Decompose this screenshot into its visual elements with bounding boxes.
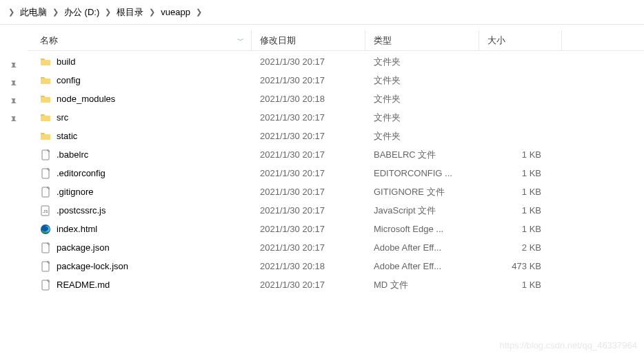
folder-icon <box>40 75 51 86</box>
file-date: 2021/1/30 20:18 <box>252 261 365 271</box>
column-header-name-label: 名称 <box>40 34 58 47</box>
file-size: 1 KB <box>479 187 562 197</box>
file-type: Adobe After Eff... <box>365 242 479 253</box>
file-type: JavaScript 文件 <box>365 205 479 217</box>
file-icon <box>40 242 51 253</box>
file-date: 2021/1/30 20:17 <box>252 131 365 141</box>
file-type: MD 文件 <box>365 279 479 291</box>
file-date: 2021/1/30 20:17 <box>252 149 365 160</box>
pin-icon[interactable] <box>7 59 21 73</box>
js-file-icon: JS <box>40 205 51 216</box>
table-row[interactable]: .gitignore 2021/1/30 20:17 GITIGNORE 文件 … <box>28 182 644 201</box>
file-date: 2021/1/30 20:17 <box>252 280 365 290</box>
file-size: 1 KB <box>479 205 562 216</box>
column-header-date[interactable]: 修改日期 <box>252 30 365 50</box>
file-name: .editorconfig <box>57 168 105 178</box>
chevron-right-icon: ❯ <box>102 8 114 17</box>
folder-icon <box>40 56 51 67</box>
pin-icon[interactable] <box>7 95 21 109</box>
file-name: .gitignore <box>57 187 93 197</box>
file-date: 2021/1/30 20:17 <box>252 168 365 178</box>
file-date: 2021/1/30 20:18 <box>252 94 365 104</box>
file-date: 2021/1/30 20:17 <box>252 56 365 67</box>
file-list-panel: 名称 ﹀ 修改日期 类型 大小 build 2021/1/30 20:17 文件… <box>28 25 644 356</box>
pin-icon[interactable] <box>7 113 21 127</box>
breadcrumb-item[interactable]: 此电脑 <box>17 6 50 19</box>
file-size: 1 KB <box>479 168 562 178</box>
sort-caret-icon: ﹀ <box>237 36 244 45</box>
table-row[interactable]: node_modules 2021/1/30 20:18 文件夹 <box>28 90 644 108</box>
file-icon <box>40 149 51 160</box>
column-header-name[interactable]: 名称 ﹀ <box>28 30 252 50</box>
file-size: 1 KB <box>479 280 562 290</box>
quick-access-column <box>0 25 28 356</box>
file-name: index.html <box>57 224 97 234</box>
chevron-right-icon: ❯ <box>6 8 17 17</box>
file-date: 2021/1/30 20:17 <box>252 75 365 85</box>
file-type: 文件夹 <box>365 74 479 87</box>
chevron-right-icon: ❯ <box>146 8 158 17</box>
folder-icon <box>40 94 51 105</box>
file-date: 2021/1/30 20:17 <box>252 224 365 234</box>
table-row[interactable]: index.html 2021/1/30 20:17 Microsoft Edg… <box>28 220 644 238</box>
column-header-type[interactable]: 类型 <box>365 30 479 50</box>
file-size: 2 KB <box>479 242 562 253</box>
table-row[interactable]: JS .postcssrc.js 2021/1/30 20:17 JavaScr… <box>28 201 644 220</box>
svg-text:JS: JS <box>43 209 48 213</box>
table-row[interactable]: package.json 2021/1/30 20:17 Adobe After… <box>28 238 644 257</box>
column-header-size[interactable]: 大小 <box>479 30 562 50</box>
file-name: .babelrc <box>57 149 88 160</box>
file-size: 1 KB <box>479 224 562 234</box>
breadcrumb[interactable]: ❯此电脑❯办公 (D:)❯根目录❯vueapp❯ <box>0 0 644 25</box>
file-name: src <box>57 112 68 123</box>
file-type: GITIGNORE 文件 <box>365 186 479 198</box>
edge-browser-icon <box>40 224 51 235</box>
file-type: EDITORCONFIG ... <box>365 168 479 178</box>
file-date: 2021/1/30 20:17 <box>252 112 365 123</box>
file-type: BABELRC 文件 <box>365 149 479 161</box>
file-size: 1 KB <box>479 149 562 160</box>
file-type: 文件夹 <box>365 93 479 105</box>
table-row[interactable]: package-lock.json 2021/1/30 20:18 Adobe … <box>28 257 644 275</box>
file-name: config <box>57 75 81 85</box>
table-row[interactable]: README.md 2021/1/30 20:17 MD 文件 1 KB <box>28 275 644 294</box>
chevron-right-icon: ❯ <box>50 8 61 17</box>
file-date: 2021/1/30 20:17 <box>252 242 365 253</box>
table-row[interactable]: .editorconfig 2021/1/30 20:17 EDITORCONF… <box>28 164 644 182</box>
breadcrumb-item[interactable]: vueapp <box>158 7 193 17</box>
file-type: 文件夹 <box>365 112 479 124</box>
file-type: 文件夹 <box>365 56 479 68</box>
file-type: 文件夹 <box>365 130 479 143</box>
file-rows: build 2021/1/30 20:17 文件夹 config 2021/1/… <box>28 51 644 294</box>
file-name: build <box>57 56 75 67</box>
file-name: static <box>57 131 77 141</box>
folder-icon <box>40 131 51 142</box>
table-row[interactable]: config 2021/1/30 20:17 文件夹 <box>28 71 644 90</box>
file-icon <box>40 187 51 198</box>
chevron-right-icon: ❯ <box>193 8 205 17</box>
file-name: README.md <box>57 280 110 290</box>
file-name: package.json <box>57 242 110 253</box>
file-type: Microsoft Edge ... <box>365 224 479 234</box>
file-type: Adobe After Eff... <box>365 261 479 271</box>
file-date: 2021/1/30 20:17 <box>252 187 365 197</box>
file-size: 473 KB <box>479 261 562 271</box>
file-date: 2021/1/30 20:17 <box>252 205 365 216</box>
folder-icon <box>40 112 51 123</box>
file-name: .postcssrc.js <box>57 205 106 216</box>
table-row[interactable]: static 2021/1/30 20:17 文件夹 <box>28 127 644 145</box>
table-row[interactable]: build 2021/1/30 20:17 文件夹 <box>28 52 644 71</box>
column-header-row: 名称 ﹀ 修改日期 类型 大小 <box>28 30 644 51</box>
file-icon <box>40 280 51 291</box>
file-name: package-lock.json <box>57 261 128 271</box>
file-icon <box>40 168 51 179</box>
file-name: node_modules <box>57 94 115 104</box>
breadcrumb-item[interactable]: 办公 (D:) <box>61 6 102 19</box>
table-row[interactable]: src 2021/1/30 20:17 文件夹 <box>28 108 644 127</box>
pin-icon[interactable] <box>7 77 21 91</box>
table-row[interactable]: .babelrc 2021/1/30 20:17 BABELRC 文件 1 KB <box>28 145 644 164</box>
breadcrumb-item[interactable]: 根目录 <box>114 6 146 19</box>
file-icon <box>40 261 51 272</box>
